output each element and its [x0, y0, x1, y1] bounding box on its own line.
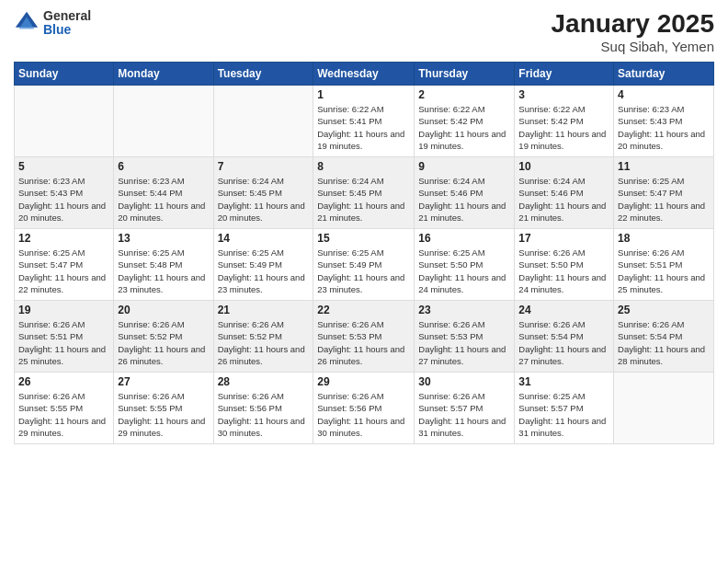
logo-text: General Blue [43, 9, 91, 38]
weekday-header-row: Sunday Monday Tuesday Wednesday Thursday… [15, 63, 714, 86]
day-detail: Sunrise: 6:25 AMSunset: 5:50 PMDaylight:… [418, 247, 510, 295]
calendar-week-row: 1Sunrise: 6:22 AMSunset: 5:41 PMDaylight… [15, 86, 714, 157]
calendar-day-cell: 7Sunrise: 6:24 AMSunset: 5:45 PMDaylight… [213, 157, 313, 229]
day-number: 18 [618, 232, 710, 245]
day-number: 29 [317, 375, 410, 388]
day-number: 22 [317, 304, 410, 316]
logo-blue: Blue [43, 23, 91, 37]
calendar-day-cell: 1Sunrise: 6:22 AMSunset: 5:41 PMDaylight… [313, 86, 415, 157]
calendar-day-cell: 25Sunrise: 6:26 AMSunset: 5:54 PMDayligh… [614, 301, 714, 373]
day-number: 28 [218, 375, 310, 388]
day-number: 3 [518, 88, 609, 101]
calendar-day-cell [614, 373, 714, 444]
day-detail: Sunrise: 6:23 AMSunset: 5:43 PMDaylight:… [618, 103, 710, 152]
title-block: January 2025 Suq Sibah, Yemen [552, 9, 714, 54]
day-detail: Sunrise: 6:25 AMSunset: 5:57 PMDaylight:… [518, 390, 609, 439]
logo: General Blue [14, 9, 91, 38]
calendar-day-cell: 28Sunrise: 6:26 AMSunset: 5:56 PMDayligh… [213, 373, 313, 444]
header-monday: Monday [114, 63, 213, 86]
day-detail: Sunrise: 6:26 AMSunset: 5:57 PMDaylight:… [418, 390, 510, 439]
day-number: 27 [118, 375, 209, 388]
day-detail: Sunrise: 6:23 AMSunset: 5:43 PMDaylight:… [18, 175, 109, 224]
day-number: 2 [418, 88, 510, 101]
calendar-day-cell: 17Sunrise: 6:26 AMSunset: 5:50 PMDayligh… [515, 229, 614, 301]
calendar-week-row: 12Sunrise: 6:25 AMSunset: 5:47 PMDayligh… [15, 229, 714, 301]
day-detail: Sunrise: 6:26 AMSunset: 5:51 PMDaylight:… [18, 318, 109, 367]
day-number: 19 [18, 304, 109, 316]
day-detail: Sunrise: 6:26 AMSunset: 5:53 PMDaylight:… [418, 318, 510, 367]
calendar-subtitle: Suq Sibah, Yemen [552, 39, 714, 54]
calendar-day-cell [114, 86, 213, 157]
calendar-day-cell: 10Sunrise: 6:24 AMSunset: 5:46 PMDayligh… [515, 157, 614, 229]
day-detail: Sunrise: 6:26 AMSunset: 5:54 PMDaylight:… [518, 318, 609, 367]
calendar-day-cell: 29Sunrise: 6:26 AMSunset: 5:56 PMDayligh… [313, 373, 415, 444]
day-detail: Sunrise: 6:25 AMSunset: 5:47 PMDaylight:… [18, 247, 109, 295]
day-detail: Sunrise: 6:26 AMSunset: 5:55 PMDaylight:… [18, 390, 109, 439]
calendar-day-cell: 24Sunrise: 6:26 AMSunset: 5:54 PMDayligh… [515, 301, 614, 373]
calendar-title: January 2025 [552, 9, 714, 39]
calendar-day-cell: 14Sunrise: 6:25 AMSunset: 5:49 PMDayligh… [213, 229, 313, 301]
calendar-day-cell: 11Sunrise: 6:25 AMSunset: 5:47 PMDayligh… [614, 157, 714, 229]
day-number: 8 [317, 160, 410, 173]
calendar-day-cell: 20Sunrise: 6:26 AMSunset: 5:52 PMDayligh… [114, 301, 213, 373]
calendar-day-cell: 26Sunrise: 6:26 AMSunset: 5:55 PMDayligh… [15, 373, 114, 444]
day-number: 11 [618, 160, 710, 173]
calendar-day-cell: 18Sunrise: 6:26 AMSunset: 5:51 PMDayligh… [614, 229, 714, 301]
day-number: 21 [218, 304, 310, 316]
header-sunday: Sunday [15, 63, 114, 86]
calendar-week-row: 26Sunrise: 6:26 AMSunset: 5:55 PMDayligh… [15, 373, 714, 444]
day-detail: Sunrise: 6:24 AMSunset: 5:46 PMDaylight:… [418, 175, 510, 224]
day-detail: Sunrise: 6:24 AMSunset: 5:46 PMDaylight:… [518, 175, 609, 224]
header-friday: Friday [515, 63, 614, 86]
day-detail: Sunrise: 6:26 AMSunset: 5:54 PMDaylight:… [618, 318, 710, 367]
day-number: 30 [418, 375, 510, 388]
calendar-day-cell: 15Sunrise: 6:25 AMSunset: 5:49 PMDayligh… [313, 229, 415, 301]
day-number: 7 [218, 160, 310, 173]
header-saturday: Saturday [614, 63, 714, 86]
day-detail: Sunrise: 6:26 AMSunset: 5:56 PMDaylight:… [317, 390, 410, 439]
day-detail: Sunrise: 6:25 AMSunset: 5:49 PMDaylight:… [317, 247, 410, 295]
day-number: 25 [618, 304, 710, 316]
day-number: 4 [618, 88, 710, 101]
calendar-week-row: 19Sunrise: 6:26 AMSunset: 5:51 PMDayligh… [15, 301, 714, 373]
day-detail: Sunrise: 6:26 AMSunset: 5:55 PMDaylight:… [118, 390, 209, 439]
day-number: 13 [118, 232, 209, 245]
day-detail: Sunrise: 6:26 AMSunset: 5:50 PMDaylight:… [518, 247, 609, 295]
calendar-day-cell: 30Sunrise: 6:26 AMSunset: 5:57 PMDayligh… [415, 373, 515, 444]
calendar-day-cell: 22Sunrise: 6:26 AMSunset: 5:53 PMDayligh… [313, 301, 415, 373]
day-number: 23 [418, 304, 510, 316]
calendar-day-cell: 31Sunrise: 6:25 AMSunset: 5:57 PMDayligh… [515, 373, 614, 444]
day-detail: Sunrise: 6:24 AMSunset: 5:45 PMDaylight:… [218, 175, 310, 224]
day-number: 24 [518, 304, 609, 316]
day-number: 16 [418, 232, 510, 245]
calendar-day-cell: 2Sunrise: 6:22 AMSunset: 5:42 PMDaylight… [415, 86, 515, 157]
day-number: 20 [118, 304, 209, 316]
calendar-day-cell: 23Sunrise: 6:26 AMSunset: 5:53 PMDayligh… [415, 301, 515, 373]
calendar-day-cell: 27Sunrise: 6:26 AMSunset: 5:55 PMDayligh… [114, 373, 213, 444]
day-number: 9 [418, 160, 510, 173]
day-detail: Sunrise: 6:22 AMSunset: 5:41 PMDaylight:… [317, 103, 410, 152]
header-tuesday: Tuesday [213, 63, 313, 86]
logo-icon [14, 10, 40, 36]
day-detail: Sunrise: 6:26 AMSunset: 5:52 PMDaylight:… [118, 318, 209, 367]
calendar-table: Sunday Monday Tuesday Wednesday Thursday… [14, 62, 714, 444]
day-number: 31 [518, 375, 609, 388]
day-number: 12 [18, 232, 109, 245]
day-detail: Sunrise: 6:26 AMSunset: 5:51 PMDaylight:… [618, 247, 710, 295]
day-detail: Sunrise: 6:26 AMSunset: 5:56 PMDaylight:… [218, 390, 310, 439]
day-number: 14 [218, 232, 310, 245]
calendar-day-cell: 16Sunrise: 6:25 AMSunset: 5:50 PMDayligh… [415, 229, 515, 301]
day-detail: Sunrise: 6:25 AMSunset: 5:49 PMDaylight:… [218, 247, 310, 295]
calendar-day-cell: 19Sunrise: 6:26 AMSunset: 5:51 PMDayligh… [15, 301, 114, 373]
calendar-day-cell: 4Sunrise: 6:23 AMSunset: 5:43 PMDaylight… [614, 86, 714, 157]
header-thursday: Thursday [415, 63, 515, 86]
day-number: 1 [317, 88, 410, 101]
day-number: 5 [18, 160, 109, 173]
day-detail: Sunrise: 6:26 AMSunset: 5:52 PMDaylight:… [218, 318, 310, 367]
calendar-day-cell: 8Sunrise: 6:24 AMSunset: 5:45 PMDaylight… [313, 157, 415, 229]
day-number: 10 [518, 160, 609, 173]
header: General Blue January 2025 Suq Sibah, Yem… [14, 9, 714, 54]
day-detail: Sunrise: 6:26 AMSunset: 5:53 PMDaylight:… [317, 318, 410, 367]
calendar-day-cell [213, 86, 313, 157]
calendar-day-cell [15, 86, 114, 157]
